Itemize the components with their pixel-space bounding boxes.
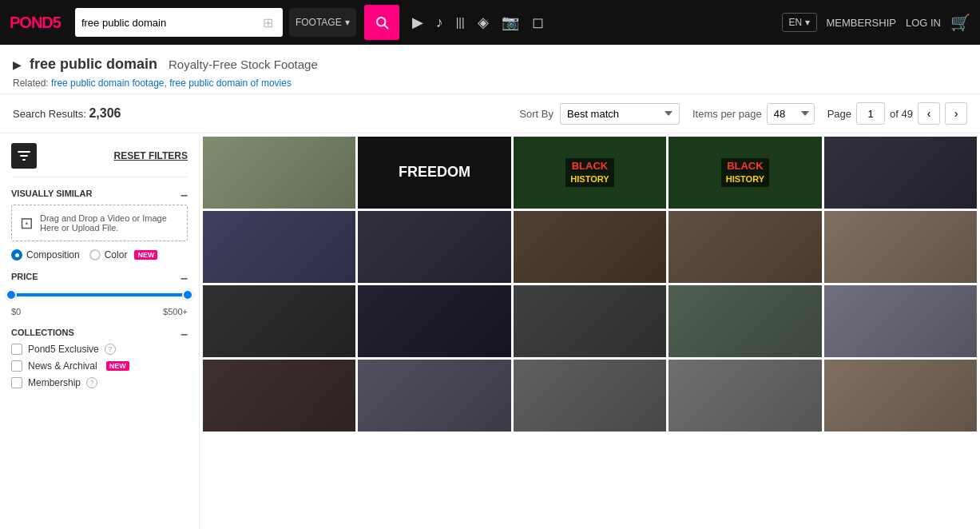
reset-filters-button[interactable]: RESET FILTERS (114, 150, 188, 161)
search-type-label: FOOTAGE (296, 17, 342, 28)
3d-icon[interactable]: ◻ (532, 14, 544, 31)
list-item[interactable] (669, 285, 821, 357)
price-min-label: $0 (11, 307, 21, 316)
results-label: Search Results: (13, 108, 86, 120)
color-new-badge: NEW (134, 250, 157, 260)
price-slider-min-thumb[interactable] (6, 289, 17, 300)
chevron-down-icon: ▾ (345, 17, 350, 28)
per-page-label: Items per page (692, 108, 762, 120)
lang-label: EN (789, 17, 803, 28)
visually-similar-toggle[interactable]: − (181, 189, 188, 203)
composition-radio-circle (11, 249, 22, 261)
page-subtitle: Royalty-Free Stock Footage (169, 58, 318, 71)
visually-similar-title: VISUALLY SIMILAR − (11, 189, 188, 198)
price-max-label: $500+ (163, 307, 188, 316)
list-item[interactable] (358, 285, 510, 357)
per-page-select[interactable]: 48 24 96 (767, 103, 815, 125)
of-label: of 49 (890, 108, 913, 120)
logo-accent: 5 (53, 14, 61, 31)
price-range-labels: $0 $500+ (11, 307, 188, 316)
svg-rect-2 (18, 151, 30, 153)
news-archival-new-badge: NEW (106, 361, 129, 371)
content-grid: FREEDOMBLACKHISTORYBLACKHISTORY (200, 133, 980, 529)
video-icon[interactable]: ▶ (412, 14, 423, 31)
collection-pond5-exclusive: Pond5 Exclusive ? (11, 344, 188, 355)
news-archival-checkbox[interactable] (11, 360, 22, 372)
list-item[interactable] (203, 137, 355, 209)
audio-icon[interactable]: ||| (456, 16, 465, 29)
search-bar[interactable]: ⊞ (75, 8, 283, 37)
page-label: Page (827, 108, 851, 120)
list-item[interactable] (824, 360, 977, 432)
membership-button[interactable]: MEMBERSHIP (827, 17, 896, 29)
color-radio[interactable]: Color NEW (89, 249, 158, 261)
related-link-2[interactable]: free public domain of movies (169, 78, 292, 89)
page-input[interactable] (856, 102, 885, 125)
list-item[interactable]: FREEDOM (358, 137, 510, 209)
price-title: PRICE − (11, 272, 188, 281)
membership-checkbox[interactable] (11, 377, 22, 388)
list-item[interactable] (514, 360, 666, 432)
collection-membership: Membership ? (11, 377, 188, 388)
price-slider-track (11, 293, 188, 296)
price-toggle[interactable]: − (181, 272, 188, 286)
price-slider-max-thumb[interactable] (182, 289, 193, 300)
list-item[interactable] (824, 285, 977, 357)
play-icon: ▶ (13, 58, 22, 71)
next-page-button[interactable]: › (945, 102, 967, 125)
code-icon[interactable]: ◈ (478, 14, 489, 31)
list-item[interactable] (824, 137, 977, 209)
sort-select[interactable]: Best match Most recent Most popular (560, 103, 680, 125)
page-title-row: ▶ free public domain Royalty-Free Stock … (13, 56, 967, 73)
list-item[interactable] (514, 211, 666, 283)
list-item[interactable] (358, 211, 510, 283)
list-item[interactable] (203, 285, 355, 357)
collection-news-archival: News & Archival NEW (11, 360, 188, 372)
logo: POND5 (10, 14, 61, 32)
drag-drop-area[interactable]: ⊡ Drag and Drop a Video or Image Here or… (11, 205, 188, 241)
sidebar: RESET FILTERS VISUALLY SIMILAR − ⊡ Drag … (0, 133, 200, 529)
language-button[interactable]: EN ▾ (782, 13, 817, 32)
composition-label: Composition (26, 249, 80, 261)
filter-icon-button[interactable] (11, 143, 37, 169)
related-link-1[interactable]: free public domain footage (51, 78, 164, 89)
collections-toggle[interactable]: − (181, 328, 188, 342)
search-button[interactable] (364, 5, 399, 40)
price-section: PRICE − $0 $500+ (11, 272, 188, 316)
collections-title: COLLECTIONS − (11, 328, 188, 337)
list-item[interactable] (824, 211, 977, 283)
music-icon[interactable]: ♪ (436, 14, 443, 31)
search-type-button[interactable]: FOOTAGE ▾ (289, 8, 356, 37)
drag-drop-label: Drag and Drop a Video or Image Here or U… (40, 213, 179, 233)
login-button[interactable]: LOG IN (906, 17, 941, 29)
page-title: free public domain (30, 56, 157, 73)
nav-right: EN ▾ MEMBERSHIP LOG IN 🛒 (782, 13, 971, 32)
prev-page-button[interactable]: ‹ (918, 102, 940, 125)
list-item[interactable] (514, 285, 666, 357)
search-input[interactable] (81, 17, 263, 29)
list-item[interactable]: BLACKHISTORY (669, 137, 821, 209)
cart-icon[interactable]: 🛒 (950, 13, 970, 32)
membership-help-icon[interactable]: ? (86, 377, 97, 388)
pond5-exclusive-help-icon[interactable]: ? (105, 344, 116, 355)
sort-label: Sort By (519, 108, 553, 120)
sub-header: ▶ free public domain Royalty-Free Stock … (0, 45, 980, 94)
similarity-type-row: Composition Color NEW (11, 249, 188, 261)
list-item[interactable] (669, 360, 821, 432)
results-count: Search Results: 2,306 (13, 106, 121, 121)
color-radio-circle (89, 249, 101, 261)
upload-icon: ⊡ (20, 213, 34, 233)
photo-icon[interactable]: 📷 (502, 14, 519, 31)
list-item[interactable] (358, 360, 510, 432)
pond5-exclusive-checkbox[interactable] (11, 344, 22, 355)
list-item[interactable] (203, 360, 355, 432)
composition-radio[interactable]: Composition (11, 249, 80, 261)
list-item[interactable]: BLACKHISTORY (514, 137, 666, 209)
svg-rect-3 (20, 155, 28, 157)
list-item[interactable] (669, 211, 821, 283)
logo-text: POND (10, 14, 53, 31)
results-toolbar: Search Results: 2,306 Sort By Best match… (0, 94, 980, 133)
price-slider[interactable] (11, 288, 188, 302)
per-page-wrap: Items per page 48 24 96 (692, 103, 815, 125)
list-item[interactable] (203, 211, 355, 283)
